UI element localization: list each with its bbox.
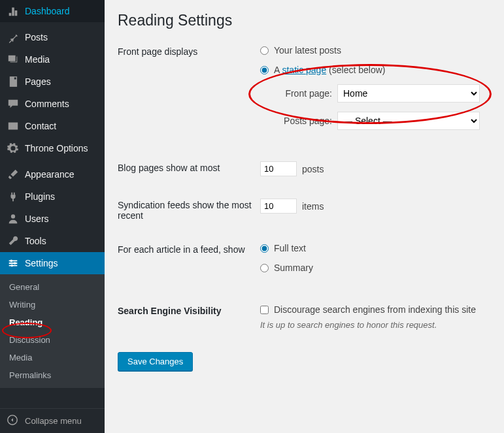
menu-item-label: Throne Options [25, 143, 88, 153]
label-blog-pages: Blog pages show at most [118, 161, 260, 173]
radio-static-page[interactable] [260, 66, 269, 74]
row-front-page-displays: Front page displays Your latest posts A … [118, 45, 491, 139]
menu-item-label: Comments [25, 99, 69, 109]
menu-item-contact[interactable]: Contact [0, 115, 105, 137]
menu-item-label: Dashboard [25, 6, 70, 16]
submenu-item-reading[interactable]: Reading [0, 313, 105, 331]
menu-item-settings[interactable]: Settings [0, 252, 105, 274]
collapse-menu[interactable]: Collapse menu [0, 408, 105, 433]
label-front-page: Front page displays [118, 45, 260, 57]
submenu-item-permalinks[interactable]: Permalinks [0, 366, 105, 384]
brush-icon [7, 168, 20, 180]
radio-static-page-label: A static page (select below) [274, 65, 385, 75]
collapse-icon [7, 414, 20, 428]
svg-point-4 [14, 262, 16, 265]
svg-point-5 [10, 265, 13, 267]
suffix-syndication: items [302, 201, 324, 212]
row-seo: Search Engine Visibility Discourage sear… [118, 304, 491, 330]
content-area: Reading Settings Front page displays You… [105, 0, 504, 433]
submenu-item-writing[interactable]: Writing [0, 296, 105, 313]
wrench-icon [7, 235, 20, 247]
svg-point-3 [10, 260, 13, 263]
posts-page-select[interactable]: — Select — [337, 112, 480, 130]
plug-icon [7, 191, 20, 202]
label-feed: For each article in a feed, show [118, 243, 260, 255]
menu-item-comments[interactable]: Comments [0, 93, 105, 115]
checkbox-discourage-label: Discourage search engines from indexing … [274, 304, 476, 315]
comment-icon [7, 98, 20, 110]
radio-full-text[interactable] [260, 244, 269, 253]
radio-summary[interactable] [260, 264, 269, 272]
save-button[interactable]: Save Changes [118, 352, 193, 371]
posts-page-select-label: Posts page: [276, 116, 332, 126]
radio-summary-label: Summary [274, 263, 313, 273]
svg-point-2 [11, 214, 15, 218]
row-blog-pages: Blog pages show at most posts [118, 161, 491, 176]
front-page-select[interactable]: Home [337, 84, 480, 103]
menu-item-plugins[interactable]: Plugins [0, 185, 105, 208]
menu-item-label: Plugins [25, 191, 55, 202]
row-syndication: Syndication feeds show the most recent i… [118, 199, 491, 221]
sliders-icon [7, 257, 20, 269]
menu-item-label: Appearance [25, 169, 75, 180]
menu-item-label: Pages [25, 76, 51, 87]
label-syndication: Syndication feeds show the most recent [118, 199, 260, 221]
media-icon [7, 54, 20, 65]
suffix-blog-pages: posts [302, 164, 324, 174]
user-icon [7, 213, 20, 225]
page-icon [7, 76, 20, 88]
radio-latest-posts[interactable] [260, 46, 269, 55]
menu-item-users[interactable]: Users [0, 208, 105, 230]
input-blog-pages[interactable] [260, 161, 297, 176]
page-title: Reading Settings [118, 12, 491, 29]
menu-item-appearance[interactable]: Appearance [0, 163, 105, 185]
admin-sidebar: DashboardPostsMediaPagesCommentsContactT… [0, 0, 105, 433]
gear-icon [7, 142, 20, 154]
label-seo: Search Engine Visibility [118, 304, 260, 316]
radio-full-text-label: Full text [274, 243, 306, 253]
mail-icon [7, 120, 20, 132]
svg-point-0 [10, 57, 11, 58]
menu-item-label: Media [25, 54, 50, 65]
dashboard-icon [7, 5, 20, 17]
menu-item-dashboard[interactable]: Dashboard [0, 0, 105, 22]
menu-item-label: Posts [25, 32, 48, 42]
pin-icon [7, 31, 20, 43]
static-page-link[interactable]: static page [282, 65, 326, 75]
menu-item-tools[interactable]: Tools [0, 230, 105, 252]
submenu-item-discussion[interactable]: Discussion [0, 331, 105, 349]
submenu-item-general[interactable]: General [0, 278, 105, 296]
menu-item-label: Tools [25, 236, 46, 246]
menu-item-label: Users [25, 214, 49, 224]
menu-item-label: Settings [25, 258, 58, 268]
checkbox-discourage[interactable] [260, 306, 269, 314]
collapse-label: Collapse menu [25, 416, 82, 426]
menu-item-pages[interactable]: Pages [0, 71, 105, 93]
submenu-item-media[interactable]: Media [0, 349, 105, 366]
input-syndication[interactable] [260, 199, 297, 214]
radio-latest-posts-label: Your latest posts [274, 45, 341, 56]
menu-item-label: Contact [25, 121, 56, 131]
seo-description: It is up to search engines to honor this… [260, 320, 491, 330]
menu-item-posts[interactable]: Posts [0, 26, 105, 48]
menu-item-throne-options[interactable]: Throne Options [0, 137, 105, 159]
front-page-select-label: Front page: [276, 88, 332, 99]
menu-item-media[interactable]: Media [0, 48, 105, 71]
row-feed: For each article in a feed, show Full te… [118, 243, 491, 282]
